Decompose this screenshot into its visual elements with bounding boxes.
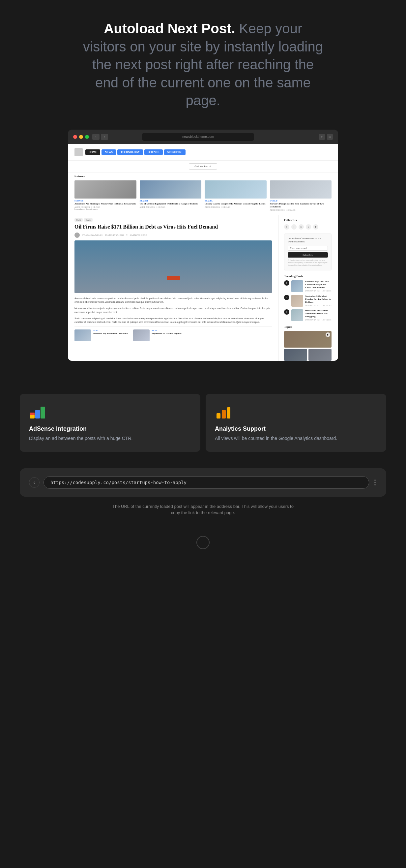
svg-rect-3 <box>30 412 35 415</box>
trend-title-1[interactable]: Scientists Say The Great Lockdown May Ea… <box>305 280 332 289</box>
next-post-image-1 <box>74 330 91 341</box>
site-logo <box>74 148 83 156</box>
trend-number-1: 1 <box>284 280 289 286</box>
nav-item-home[interactable]: HOME <box>86 149 100 155</box>
next-post-image-2 <box>133 330 149 341</box>
article-category-3: TRAVEL <box>205 200 267 202</box>
play-icon-1: ▶ <box>326 333 330 337</box>
trending-post-2: 2 September 26 Is Most Popular Day for B… <box>284 295 332 307</box>
browser-mockup: ‹ › newsblocktheme.com ⬆ ⊞ HOME NEWS TEC… <box>68 130 338 361</box>
trend-image-1 <box>291 280 303 292</box>
facebook-icon[interactable]: f <box>284 224 289 229</box>
topics-section: Topics ▶ <box>284 325 332 361</box>
topic-item-3[interactable] <box>308 349 332 361</box>
topic-item-2[interactable] <box>284 349 307 361</box>
url-back-button[interactable]: ‹ <box>29 477 39 488</box>
topic-overlay-2 <box>284 349 307 361</box>
svg-rect-2 <box>40 407 45 418</box>
article-body-1: Aenean eleifend ante maecenas pulvinar m… <box>74 297 272 304</box>
trend-title-2[interactable]: September 26 Is Most Popular Day for Bab… <box>305 295 332 304</box>
next-post-label-2: NEXT <box>151 330 181 332</box>
article-byline: BY JOANNA WELCH JANUARY 27, 2021 ✏ 5 MIN… <box>74 232 272 238</box>
trend-title-3[interactable]: How Virus-Hit Airlines Around the World … <box>305 309 332 318</box>
adsense-icon <box>29 404 45 420</box>
article-body-2: Metus eros tellus viverra justo sapien q… <box>74 306 272 314</box>
forward-nav-icon[interactable]: › <box>101 134 108 140</box>
url-caption: The URL of the currently loaded post wil… <box>88 503 318 516</box>
url-more-options-icon[interactable] <box>373 478 377 487</box>
close-button-icon <box>73 135 77 139</box>
next-post-title-2: September 26 Is Most Popular <box>151 332 181 335</box>
article-meta-2: ALICE JOHNSON · 3 HR AGO <box>140 206 202 208</box>
article-main: World Health Oil Firms Raise $171 Billio… <box>74 215 279 361</box>
article-image-4 <box>270 180 332 198</box>
article-title-4[interactable]: Europe's Plunge Into the Void Captured i… <box>270 203 332 209</box>
social-icons: f t in p ▶ <box>284 224 332 229</box>
topics-title: Topics <box>284 325 332 329</box>
svg-rect-6 <box>227 407 230 418</box>
share-icon[interactable]: ⬆ <box>319 134 325 140</box>
trend-image-2 <box>291 295 303 307</box>
article-card-3: TRAVEL Luxury Can No Longer Exist Withou… <box>205 180 267 211</box>
instagram-icon[interactable]: in <box>299 224 304 229</box>
article-card-2: HEALTH Out of Medical Equipment Will Ben… <box>140 180 202 211</box>
article-image-3 <box>205 180 267 198</box>
newsletter-subscribe-button[interactable]: Subscribe › <box>288 252 328 257</box>
youtube-icon[interactable]: ▶ <box>313 224 318 229</box>
topics-grid: ▶ <box>284 331 332 361</box>
next-post-info-1: NEXT Scientists Say The Great Lockdown <box>93 330 128 341</box>
follow-us-title: Follow Us <box>284 218 332 222</box>
topic-item-1[interactable]: ▶ <box>284 331 332 348</box>
featured-section-label: features <box>68 173 338 179</box>
hero-section: Autoload Next Post. Keep your visitors o… <box>55 0 351 123</box>
adsense-card-title: AdSense Integration <box>29 426 191 432</box>
browser-address-bar[interactable]: newsblocktheme.com <box>142 133 254 141</box>
tag-health: Health <box>84 218 93 222</box>
article-image-1 <box>74 180 136 198</box>
author-avatar <box>74 232 80 238</box>
articles-grid: SCIENCE Americans Are Starting to Ventur… <box>68 179 338 215</box>
feature-card-analytics: Analytics Support All views will be coun… <box>206 394 386 452</box>
newsletter-email-input[interactable] <box>288 246 328 251</box>
back-nav-icon[interactable]: ‹ <box>92 134 100 140</box>
trending-post-3: 3 How Virus-Hit Airlines Around the Worl… <box>284 309 332 321</box>
url-bar-section: ‹ https://codesupply.co/posts/startups-h… <box>20 468 386 497</box>
trend-number-3: 3 <box>284 309 289 315</box>
article-category-1: SCIENCE <box>74 200 136 202</box>
subscribe-area: Get Notified ✓ <box>68 161 338 173</box>
get-notified-button[interactable]: Get Notified ✓ <box>189 163 217 169</box>
next-post-label-1: NEXT <box>93 330 128 332</box>
hero-title-bold: Autoload Next Post. <box>104 21 235 36</box>
nav-item-technology[interactable]: TECHNOLOGY <box>117 149 143 155</box>
nav-item-news[interactable]: NEWS <box>102 149 116 155</box>
browser-chrome: ‹ › newsblocktheme.com ⬆ ⊞ <box>68 130 338 144</box>
trending-post-1: 1 Scientists Say The Great Lockdown May … <box>284 280 332 292</box>
trending-posts-title: Trending Posts <box>284 274 332 278</box>
traffic-lights <box>73 135 89 139</box>
article-meta-3: ALICE JOHNSON · 3 HR AGO <box>205 206 267 208</box>
analytics-icon <box>215 404 231 420</box>
article-main-title: Oil Firms Raise $171 Billion in Debt as … <box>74 224 272 230</box>
hero-title: Autoload Next Post. Keep your visitors o… <box>81 20 325 110</box>
pinterest-icon[interactable]: p <box>306 224 311 229</box>
next-post-preview: NEXT Scientists Say The Great Lockdown N… <box>74 327 272 344</box>
analytics-card-desc: All views will be counted in the Google … <box>215 435 377 442</box>
twitter-icon[interactable]: t <box>291 224 297 229</box>
trend-number-2: 2 <box>284 295 289 300</box>
url-input-field[interactable]: https://codesupply.co/posts/startups-how… <box>43 476 369 489</box>
nav-item-science[interactable]: SCIENCE <box>144 149 163 155</box>
topic-overlay-3 <box>308 349 332 361</box>
open-new-tab-icon[interactable]: ⊞ <box>327 134 333 140</box>
svg-rect-1 <box>35 410 40 418</box>
article-title-1[interactable]: Americans Are Starting to Venture Out to… <box>74 203 136 206</box>
article-title-3[interactable]: Luxury Can No Longer Exist Without Consi… <box>205 203 267 206</box>
trend-meta-3: JANUARY 27, 2021 · 1.4K VIEWS <box>305 319 332 321</box>
article-title-2[interactable]: Out of Medical Equipment Will Benefit a … <box>140 203 202 206</box>
trend-content-1: Scientists Say The Great Lockdown May Ea… <box>305 280 332 292</box>
tag-world: World <box>74 218 83 222</box>
article-tags: World Health <box>74 215 272 222</box>
nav-item-subscribe[interactable]: SUBSCRIBE <box>164 149 185 155</box>
browser-content: HOME NEWS TECHNOLOGY SCIENCE SUBSCRIBE G… <box>68 144 338 361</box>
nav-pills: HOME NEWS TECHNOLOGY SCIENCE SUBSCRIBE <box>86 149 185 155</box>
site-nav: HOME NEWS TECHNOLOGY SCIENCE SUBSCRIBE <box>68 144 338 161</box>
